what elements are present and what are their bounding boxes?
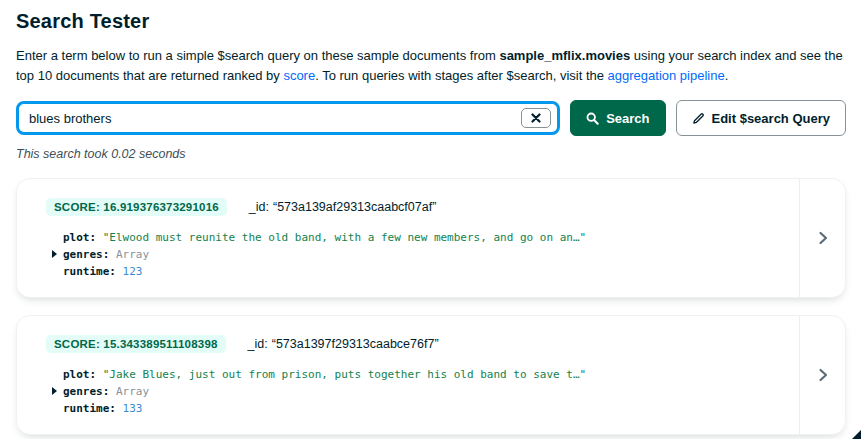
chevron-right-icon [817, 231, 829, 245]
id-key: _id: [248, 337, 268, 351]
open-document-button[interactable] [799, 316, 845, 434]
caret-right-icon[interactable] [52, 387, 57, 395]
search-button-label: Search [606, 111, 649, 126]
aggregation-pipeline-link[interactable]: aggregation pipeline [608, 68, 725, 83]
cursor-artifact [852, 430, 861, 439]
search-button[interactable]: Search [570, 100, 665, 136]
field-row-genres[interactable]: genres: Array [63, 246, 799, 263]
clear-search-button[interactable] [521, 108, 551, 128]
field-key: runtime: [63, 402, 116, 415]
id-value: “573a139af29313caabcf07af” [273, 200, 436, 214]
field-key: genres: [63, 385, 109, 398]
field-row-runtime: runtime: 123 [63, 263, 799, 280]
document-fields: plot: "Elwood must reunite the old band,… [46, 229, 799, 280]
score-badge: SCORE: 16.919376373291016 [46, 198, 227, 216]
field-row-runtime: runtime: 133 [63, 400, 799, 417]
search-timing-text: This search took 0.02 seconds [16, 147, 846, 161]
edit-search-query-button[interactable]: Edit $search Query [676, 100, 847, 136]
search-input[interactable] [16, 101, 560, 135]
result-card-2: SCORE: 15.343389511108398 _id:“573a1397f… [16, 315, 846, 435]
document-fields: plot: "Jake Blues, just out from prison,… [46, 366, 799, 417]
result-card-header: SCORE: 15.343389511108398 _id:“573a1397f… [46, 335, 799, 353]
search-bar: Search Edit $search Query [16, 100, 846, 136]
field-value: "Elwood must reunite the old band, with … [103, 231, 586, 244]
edit-button-label: Edit $search Query [712, 111, 831, 126]
result-card-1: SCORE: 16.919376373291016 _id:“573a139af… [16, 178, 846, 298]
field-key: plot: [63, 231, 96, 244]
field-row-plot: plot: "Elwood must reunite the old band,… [63, 229, 799, 246]
field-value: 123 [123, 265, 143, 278]
x-icon [531, 113, 541, 123]
pencil-icon [692, 112, 705, 125]
document-preview: SCORE: 15.343389511108398 _id:“573a1397f… [17, 316, 799, 434]
open-document-button[interactable] [799, 179, 845, 297]
score-badge: SCORE: 15.343389511108398 [46, 335, 226, 353]
description-text: . To run queries with stages after $sear… [315, 68, 607, 83]
field-value: 133 [123, 402, 143, 415]
id-value: “573a1397f29313caabce76f7” [272, 337, 439, 351]
search-tester-page: Search Tester Enter a term below to run … [0, 0, 862, 439]
field-key: plot: [63, 368, 96, 381]
result-card-header: SCORE: 16.919376373291016 _id:“573a139af… [46, 198, 799, 216]
chevron-right-icon [817, 368, 829, 382]
field-value: "Jake Blues, just out from prison, puts … [103, 368, 586, 381]
field-row-plot: plot: "Jake Blues, just out from prison,… [63, 366, 799, 383]
score-link[interactable]: score [283, 68, 315, 83]
page-title: Search Tester [16, 10, 846, 33]
page-description: Enter a term below to run a simple $sear… [16, 46, 846, 85]
field-value: Array [116, 385, 149, 398]
document-id: _id:“573a1397f29313caabce76f7” [248, 337, 439, 351]
search-icon [586, 112, 599, 125]
field-key: genres: [63, 248, 109, 261]
search-input-wrapper [16, 101, 560, 135]
id-key: _id: [249, 200, 269, 214]
description-text: . [725, 68, 729, 83]
field-row-genres[interactable]: genres: Array [63, 383, 799, 400]
document-preview: SCORE: 16.919376373291016 _id:“573a139af… [17, 179, 799, 297]
description-text: Enter a term below to run a simple $sear… [16, 48, 499, 63]
caret-right-icon[interactable] [52, 250, 57, 258]
collection-name: sample_mflix.movies [499, 48, 630, 63]
field-value: Array [116, 248, 149, 261]
field-key: runtime: [63, 265, 116, 278]
document-id: _id:“573a139af29313caabcf07af” [249, 200, 437, 214]
